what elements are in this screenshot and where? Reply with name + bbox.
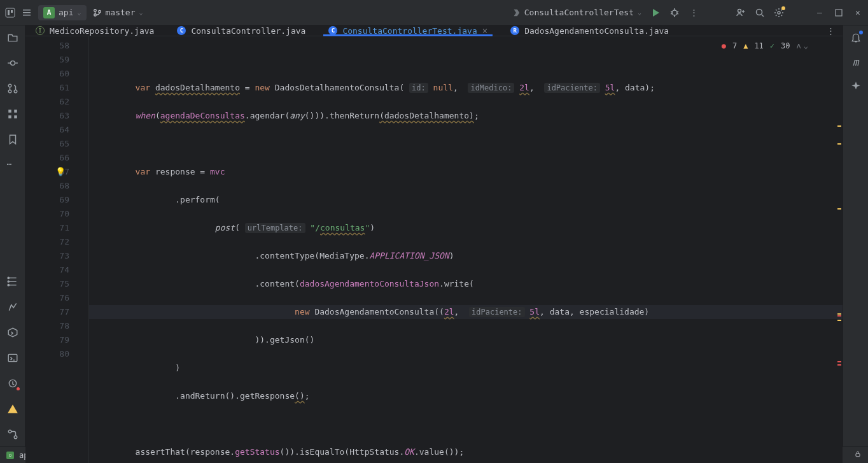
project-selector[interactable]: A api ⌄ xyxy=(38,5,87,20)
svg-line-13 xyxy=(676,11,678,12)
error-stripe[interactable] xyxy=(836,36,843,463)
svg-rect-45 xyxy=(856,453,860,457)
left-tool-rail: ⋯ xyxy=(0,25,25,446)
bookmarks-tool-icon[interactable] xyxy=(7,134,18,145)
main-area: ⋯ I MedicoRepository.java C ConsultaCont… xyxy=(0,25,868,446)
notifications-icon[interactable] xyxy=(850,32,862,43)
record-icon: R xyxy=(510,26,519,35)
svg-point-6 xyxy=(94,9,96,11)
close-icon[interactable]: ✕ xyxy=(853,8,863,18)
warning-count: 11 xyxy=(754,41,763,50)
app-menu-icon[interactable] xyxy=(5,8,15,18)
right-tool-rail: m xyxy=(843,25,868,446)
more-menu-icon[interactable]: ⋮ xyxy=(689,8,699,18)
project-name: api xyxy=(59,8,73,17)
svg-point-23 xyxy=(10,61,15,66)
svg-point-43 xyxy=(8,430,11,433)
more-tools-icon[interactable]: ⋯ xyxy=(7,159,18,171)
error-count: 7 xyxy=(732,41,737,50)
svg-point-19 xyxy=(757,9,762,15)
svg-line-14 xyxy=(671,13,673,14)
maven-tool-icon[interactable]: m xyxy=(853,56,859,68)
vcs-tool-icon[interactable] xyxy=(7,429,18,440)
svg-point-36 xyxy=(8,277,9,278)
problems-tool-icon[interactable] xyxy=(7,403,18,415)
interface-icon: I xyxy=(36,26,45,35)
svg-marker-39 xyxy=(8,328,17,337)
warning-count-icon: ▲ xyxy=(743,41,748,50)
svg-rect-3 xyxy=(23,10,31,11)
svg-rect-32 xyxy=(14,115,17,118)
svg-point-8 xyxy=(98,10,101,13)
vcs-branch[interactable]: master ⌄ xyxy=(93,8,143,17)
pull-request-icon[interactable] xyxy=(7,83,18,94)
editor-area: I MedicoRepository.java C ConsultaContro… xyxy=(25,25,843,446)
run-config-selector[interactable]: ConsultaControllerTest ⌄ xyxy=(512,8,641,17)
tab-consulta-controller-test[interactable]: C ConsultaControllerTest.java × xyxy=(323,25,493,36)
chevron-down-icon: ⌄ xyxy=(77,9,81,16)
intention-bulb-icon[interactable]: 💡 xyxy=(55,165,66,179)
hamburger-icon[interactable] xyxy=(22,8,32,18)
ai-assistant-icon[interactable] xyxy=(850,81,862,92)
structure-icon[interactable] xyxy=(7,276,18,287)
class-icon: C xyxy=(177,26,186,35)
tab-label: MedicoRepository.java xyxy=(50,26,154,36)
svg-rect-22 xyxy=(836,10,842,16)
tab-medico-repository[interactable]: I MedicoRepository.java xyxy=(31,25,159,36)
code-content[interactable]: var dadosDetalhamento = new DadosDetalha… xyxy=(89,36,843,463)
svg-point-38 xyxy=(8,285,9,286)
minimize-icon[interactable]: — xyxy=(815,8,825,18)
debug-button[interactable] xyxy=(669,8,680,18)
run-button[interactable] xyxy=(650,8,661,18)
settings-icon[interactable] xyxy=(774,8,784,18)
svg-point-21 xyxy=(778,11,780,14)
typo-count-icon: ✓ xyxy=(770,41,774,50)
svg-line-20 xyxy=(762,15,764,17)
search-icon[interactable] xyxy=(755,8,765,18)
gutter[interactable]: 585960616263646566 67💡 68697071727374757… xyxy=(25,36,89,463)
structure-tool-icon[interactable] xyxy=(7,108,18,120)
project-icon: A xyxy=(43,7,55,18)
tab-dados-agendamento[interactable]: R DadosAgendamentoConsulta.java xyxy=(505,25,674,36)
chevron-down-icon: ⌄ xyxy=(139,9,143,16)
titlebar: A api ⌄ master ⌄ ConsultaControllerTest … xyxy=(0,0,868,25)
build-tool-icon[interactable] xyxy=(7,301,18,313)
maximize-icon[interactable] xyxy=(834,8,844,18)
dependencies-tool-icon[interactable] xyxy=(7,378,18,389)
close-tab-icon[interactable]: × xyxy=(482,25,487,36)
svg-point-28 xyxy=(14,90,17,93)
svg-line-12 xyxy=(671,11,673,12)
svg-rect-29 xyxy=(8,110,11,113)
error-count-icon: ● xyxy=(722,41,726,50)
svg-rect-2 xyxy=(11,10,13,13)
inspection-summary[interactable]: ●7 ▲11 ✓30 ʌ⌄ xyxy=(717,40,813,52)
svg-point-9 xyxy=(672,10,677,15)
code-with-me-icon[interactable] xyxy=(736,8,746,18)
class-icon: C xyxy=(328,26,337,35)
commit-tool-icon[interactable] xyxy=(7,57,18,69)
tab-label: ConsultaController.java xyxy=(191,26,305,36)
svg-rect-0 xyxy=(6,8,15,17)
module-icon: ▫ xyxy=(6,452,14,459)
svg-line-15 xyxy=(676,13,678,14)
svg-rect-4 xyxy=(23,12,31,13)
typo-count: 30 xyxy=(781,41,790,50)
inspection-nav[interactable]: ʌ⌄ xyxy=(797,41,808,50)
svg-point-44 xyxy=(14,436,17,439)
tab-label: DadosAgendamentoConsulta.java xyxy=(524,26,669,36)
svg-rect-5 xyxy=(23,15,31,16)
readonly-lock-icon[interactable] xyxy=(854,450,862,460)
chevron-down-icon: ⌄ xyxy=(638,9,641,16)
svg-point-7 xyxy=(94,13,96,16)
tab-consulta-controller[interactable]: C ConsultaController.java xyxy=(172,25,311,36)
terminal-tool-icon[interactable] xyxy=(7,352,18,364)
services-tool-icon[interactable] xyxy=(7,327,18,338)
svg-point-26 xyxy=(8,84,11,87)
editor-tabs: I MedicoRepository.java C ConsultaContro… xyxy=(25,25,843,36)
run-config-name: ConsultaControllerTest xyxy=(524,8,634,17)
tabs-more-icon[interactable]: ⋮ xyxy=(827,26,835,36)
tab-label: ConsultaControllerTest.java xyxy=(342,26,477,36)
project-tool-icon[interactable] xyxy=(7,32,18,43)
svg-point-27 xyxy=(8,90,11,93)
code-editor[interactable]: ●7 ▲11 ✓30 ʌ⌄ 585960616263646566 67💡 686… xyxy=(25,36,843,463)
